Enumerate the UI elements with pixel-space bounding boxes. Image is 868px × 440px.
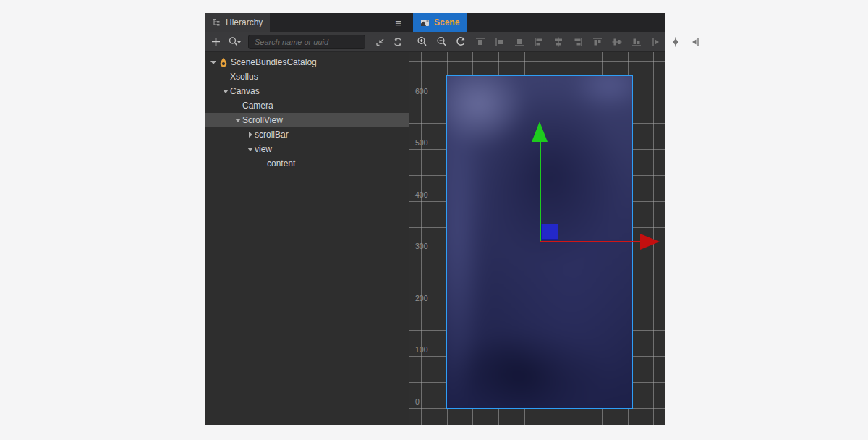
tree-item-scenebundlescatalog[interactable]: SceneBundlesCatalog <box>205 55 409 69</box>
tree-item-label: Canvas <box>230 86 260 96</box>
gizmo-x-axis-line <box>540 241 640 242</box>
ruler-edge-line <box>412 52 412 425</box>
tree-item-label: SceneBundlesCatalog <box>231 57 317 67</box>
tree-item-label: Camera <box>242 101 273 111</box>
search-filter-icon[interactable] <box>226 35 244 48</box>
tree-item-xsollus[interactable]: Xsollus <box>205 69 409 84</box>
arrow-spacer <box>221 72 230 81</box>
align-top-icon[interactable] <box>474 35 487 48</box>
reset-view-icon[interactable] <box>454 35 467 48</box>
ruler-label-600: 600 <box>415 87 428 96</box>
tree-item-scrollview[interactable]: ScrollView <box>205 113 409 127</box>
add-node-icon[interactable] <box>209 35 222 48</box>
arrow-spacer <box>258 159 267 168</box>
distribute-bottom-icon[interactable] <box>630 35 643 48</box>
arrow-spacer <box>234 101 242 110</box>
ruler-label-400: 400 <box>415 190 428 199</box>
align-left-icon[interactable] <box>493 35 506 48</box>
scene-photo-icon <box>420 18 430 28</box>
editor-window: Hierarchy ≡ <box>205 13 665 425</box>
align-edge-right-icon[interactable] <box>571 35 584 48</box>
distribute-v-center-icon[interactable] <box>610 35 624 48</box>
hierarchy-tabbar: Hierarchy ≡ <box>205 13 409 32</box>
hierarchy-panel: Hierarchy ≡ <box>205 13 409 425</box>
panel-menu-icon[interactable]: ≡ <box>395 17 401 28</box>
gizmo-y-axis-arrow-icon[interactable] <box>532 122 548 142</box>
distribute-right-icon[interactable] <box>689 35 702 48</box>
tab-hierarchy[interactable]: Hierarchy <box>205 13 270 32</box>
refresh-icon[interactable] <box>391 35 404 48</box>
expand-arrow-icon[interactable] <box>221 87 230 96</box>
tree-item-camera[interactable]: Camera <box>205 98 409 113</box>
hierarchy-tab-label: Hierarchy <box>226 17 263 28</box>
scene-tabbar: Scene <box>409 13 665 32</box>
gizmo-x-axis-arrow-icon[interactable] <box>640 234 660 250</box>
expand-arrow-icon[interactable] <box>234 116 242 124</box>
align-v-center-icon[interactable] <box>552 35 565 48</box>
scene-toolbar <box>409 32 665 52</box>
tree-item-content[interactable]: content <box>205 156 409 171</box>
ruler-label-500: 500 <box>415 138 428 147</box>
expand-arrow-icon[interactable] <box>209 58 218 67</box>
tree-item-scrollbar[interactable]: scrollBar <box>205 127 409 142</box>
scene-panel: Scene <box>409 13 665 425</box>
tree-item-label: scrollBar <box>255 130 289 140</box>
align-edge-left-icon[interactable] <box>532 35 545 48</box>
distribute-top-icon[interactable] <box>591 35 604 48</box>
hierarchy-tree-icon <box>212 18 221 28</box>
zoom-out-icon[interactable] <box>435 35 448 48</box>
align-bottom-icon[interactable] <box>513 35 526 48</box>
distribute-left-icon[interactable] <box>650 35 663 48</box>
tree-item-label: view <box>255 144 272 154</box>
hierarchy-toolbar <box>205 32 409 52</box>
scene-tab-label: Scene <box>434 17 459 28</box>
scene-viewport[interactable]: 600 500 400 300 200 100 0 <box>409 52 665 425</box>
gizmo-origin-handle[interactable] <box>541 224 558 240</box>
ruler-label-100: 100 <box>415 345 428 354</box>
collapse-arrow-icon[interactable] <box>246 130 255 139</box>
expand-arrow-icon[interactable] <box>246 145 255 153</box>
tree-item-label: Xsollus <box>230 72 258 82</box>
collapse-all-icon[interactable] <box>374 35 387 48</box>
distribute-h-center-icon[interactable] <box>669 35 682 48</box>
ruler-label-200: 200 <box>415 294 428 302</box>
ruler-label-300: 300 <box>415 242 428 250</box>
zoom-in-icon[interactable] <box>415 35 428 48</box>
tree-item-label: content <box>267 158 295 169</box>
scene-droplet-icon <box>218 57 229 67</box>
tree-item-canvas[interactable]: Canvas <box>205 84 409 98</box>
hierarchy-tree: SceneBundlesCatalog Xsollus Canvas Camer… <box>205 52 409 425</box>
tree-item-view[interactable]: view <box>205 142 409 156</box>
ruler-label-0: 0 <box>415 397 420 406</box>
tree-item-label: ScrollView <box>242 115 283 125</box>
search-input[interactable] <box>248 35 365 49</box>
tab-scene[interactable]: Scene <box>413 13 467 32</box>
